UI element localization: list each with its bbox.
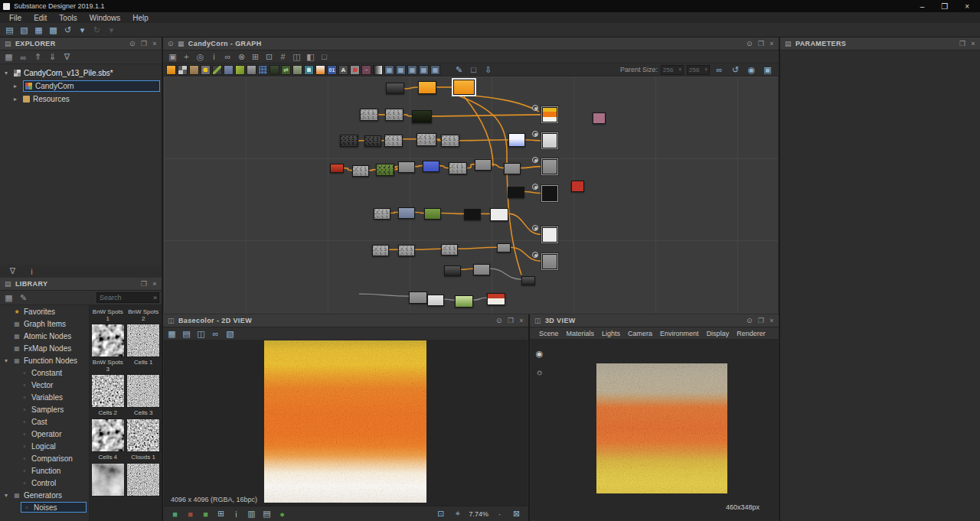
mirror-node-icon[interactable] <box>292 65 302 75</box>
library-item[interactable]: Cells 2 <box>90 374 125 417</box>
library-item[interactable]: Cells 4 <box>90 418 125 461</box>
link-size-icon[interactable]: ∞ <box>713 63 726 76</box>
caret-right-icon[interactable]: ▸ <box>14 96 20 103</box>
library-category-graph-items[interactable]: ▦Graph Items <box>0 317 89 330</box>
caret-down-icon[interactable]: ▾ <box>5 357 10 364</box>
graph-node[interactable] <box>542 159 557 174</box>
menu-help[interactable]: Help <box>126 14 155 22</box>
graph-node[interactable] <box>398 207 415 219</box>
graph-node[interactable] <box>441 135 459 147</box>
float-icon[interactable]: ❐ <box>141 280 147 288</box>
library-category-constant[interactable]: ▫Constant <box>0 366 89 379</box>
fxmap-quadrant-node-icon[interactable]: ▦ <box>396 65 406 75</box>
pin-icon[interactable]: ⊙ <box>746 40 753 47</box>
close-icon[interactable]: × <box>769 40 774 47</box>
library-category-variables[interactable]: ▫Variables <box>0 391 89 403</box>
uniform-color-node-icon[interactable] <box>166 65 176 75</box>
tiling-icon[interactable]: ⊞ <box>214 508 227 520</box>
library-category-generators[interactable]: ▾▦Generators <box>0 489 89 501</box>
library-thumbnail[interactable] <box>126 463 160 497</box>
link-views-icon[interactable]: ∞ <box>209 327 222 340</box>
undo-menu-icon[interactable]: ▾ <box>76 24 89 36</box>
comment-icon[interactable]: ✎ <box>452 63 466 76</box>
filtering-toggle-icon[interactable]: ● <box>276 508 289 520</box>
library-thumbnail[interactable] <box>126 418 160 452</box>
filter-explorer-icon[interactable]: ∇ <box>60 51 74 63</box>
caret-right-icon[interactable]: ▸ <box>14 83 20 90</box>
library-edit-icon[interactable]: ✎ <box>17 291 30 304</box>
close-button[interactable]: × <box>965 2 969 11</box>
info-tool-icon[interactable]: i <box>207 50 220 63</box>
anisotropic-blur-node-icon[interactable] <box>201 65 211 75</box>
view2d-tab-title[interactable]: Basecolor - 2D VIEW <box>178 317 252 324</box>
search-box[interactable]: » <box>96 292 159 303</box>
library-category-favorites[interactable]: ★Favorites <box>0 305 89 317</box>
pin-graph-icon[interactable]: ⇩ <box>482 63 495 76</box>
save-image-icon[interactable]: ▤ <box>180 327 193 340</box>
graph-node[interactable] <box>593 112 606 124</box>
import-icon[interactable]: ⇑ <box>31 51 44 63</box>
graph-node[interactable] <box>455 295 473 308</box>
channel-red-icon[interactable]: ■ <box>184 508 197 520</box>
graph-node[interactable] <box>372 245 389 256</box>
library-item[interactable] <box>90 463 125 506</box>
dropper-icon[interactable]: ◉ <box>745 63 758 76</box>
graph-node[interactable] <box>487 293 505 305</box>
pin-icon[interactable]: ⊙ <box>746 317 753 324</box>
library-category-fxmap-nodes[interactable]: ▦FxMap Nodes <box>0 342 89 354</box>
view3d-canvas[interactable]: ◉☼ 460x348px <box>531 340 778 520</box>
graph-node[interactable] <box>376 164 394 176</box>
library-category-noises[interactable]: ▫Noises <box>0 501 89 513</box>
lock-zoom-icon[interactable]: ⊠ <box>510 508 523 520</box>
value-node-icon[interactable]: 01 <box>327 65 337 75</box>
export-icon[interactable]: ⇓ <box>46 51 59 63</box>
warp-node-icon[interactable] <box>235 65 245 75</box>
gradient-map-node-icon[interactable] <box>373 65 383 75</box>
graph-node[interactable] <box>409 291 427 304</box>
float-icon[interactable]: ❐ <box>758 317 764 324</box>
graph-node[interactable] <box>444 265 461 276</box>
library-item[interactable]: Clouds 1 <box>126 418 161 461</box>
view3d-menu-lights[interactable]: Lights <box>599 330 623 337</box>
split-view-icon[interactable]: ◧ <box>304 50 317 63</box>
histogram-icon[interactable]: ▥ <box>245 508 258 520</box>
compare-icon[interactable]: ◫ <box>290 50 303 63</box>
undo-icon[interactable]: ↺ <box>61 24 74 36</box>
library-view-icon[interactable]: ▦ <box>2 291 15 304</box>
graph-node[interactable] <box>416 133 436 146</box>
graph-node[interactable] <box>360 109 378 121</box>
graph-canvas[interactable] <box>164 77 778 314</box>
library-category-vector[interactable]: ▫Vector <box>0 379 89 391</box>
graph-node[interactable] <box>418 81 436 94</box>
library-category-operator[interactable]: ▫Operator <box>0 428 89 440</box>
library-item[interactable]: Cells 1 <box>126 324 161 373</box>
channel-green-icon[interactable]: ■ <box>199 508 212 520</box>
gradient-node-icon[interactable] <box>315 65 325 75</box>
graph-node[interactable] <box>504 163 521 174</box>
close-icon[interactable]: × <box>971 40 975 47</box>
close-icon[interactable]: × <box>152 40 157 47</box>
new-package-icon[interactable]: ▤ <box>3 24 16 36</box>
graph-node[interactable] <box>340 135 358 147</box>
copy-image-icon[interactable]: ◫ <box>194 327 207 340</box>
search-options-icon[interactable]: » <box>153 294 158 301</box>
library-thumbnail[interactable] <box>91 374 125 408</box>
graph-node[interactable] <box>508 187 524 198</box>
pin-icon[interactable]: ⊙ <box>168 40 174 47</box>
library-thumbnail[interactable] <box>126 374 160 408</box>
graph-node[interactable] <box>412 110 432 123</box>
graph-node[interactable] <box>384 135 403 147</box>
fit-image-icon[interactable]: ⊡ <box>434 508 447 520</box>
graph-node[interactable] <box>542 186 557 201</box>
graph-node[interactable] <box>398 161 415 173</box>
panel-menu-icon[interactable]: ▤ <box>785 40 792 47</box>
link-package-icon[interactable]: ∞ <box>17 51 30 63</box>
minimize-button[interactable]: – <box>920 2 925 11</box>
text-node-icon[interactable]: A <box>338 65 348 75</box>
fit-content-icon[interactable]: ⊡ <box>263 50 276 63</box>
search-input[interactable] <box>97 294 153 301</box>
graph-node[interactable] <box>542 227 557 243</box>
fxmap-node-icon[interactable]: ▦ <box>384 65 394 75</box>
graph-node[interactable] <box>398 245 415 256</box>
library-thumbnail[interactable] <box>91 418 125 452</box>
